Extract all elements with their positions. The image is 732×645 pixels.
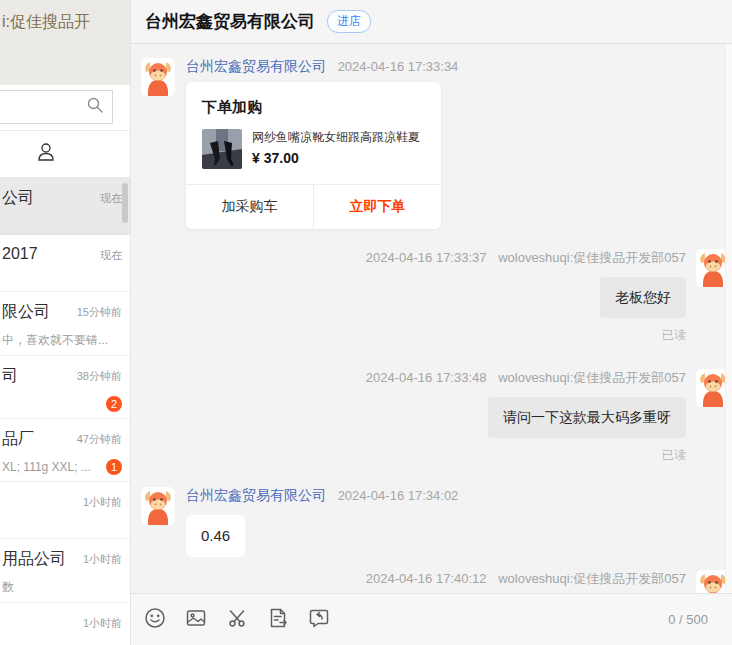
search-input[interactable]: [0, 90, 78, 124]
sidebar-contacts-tab[interactable]: [0, 131, 130, 178]
message-outgoing: 2024-04-16 17:33:48 woloveshuqi:促佳搜品开发部0…: [141, 369, 732, 464]
conversation-time: 15分钟前: [77, 305, 122, 320]
conversation-time: 现在: [100, 191, 122, 206]
send-file-button[interactable]: [266, 608, 290, 632]
card-title: 下单加购: [186, 82, 441, 129]
product-row[interactable]: 网纱鱼嘴凉靴女细跟高跟凉鞋夏 ¥ 37.00: [186, 129, 441, 184]
message-timestamp: 2024-04-16 17:40:12: [366, 571, 487, 586]
conversation-time: 现在: [100, 248, 122, 263]
conversation-time: 47分钟前: [77, 432, 122, 447]
unread-count-badge: 1: [106, 459, 122, 475]
sender-name: woloveshuqi:促佳搜品开发部057: [498, 250, 686, 265]
conversation-item[interactable]: 公司现在: [0, 178, 130, 235]
sender-name: woloveshuqi:促佳搜品开发部057: [498, 571, 686, 586]
conversation-item[interactable]: 用品公司1小时前 数: [0, 539, 130, 603]
message-list[interactable]: 台州宏鑫贸易有限公司 2024-04-16 17:33:34 下单加购 网纱鱼嘴…: [131, 44, 732, 593]
emoji-icon: [144, 607, 166, 633]
message-meta: 台州宏鑫贸易有限公司 2024-04-16 17:33:34: [186, 58, 732, 76]
message-bubble: 请问一下这款最大码多重呀: [488, 397, 686, 438]
conversation-item[interactable]: 2017现在: [0, 235, 130, 292]
conversation-item[interactable]: 1小时前: [0, 482, 130, 539]
search-icon: [86, 96, 104, 118]
product-price: ¥ 37.00: [252, 150, 420, 166]
conversation-name: 用品公司: [2, 549, 66, 570]
person-icon: [37, 142, 55, 166]
message-timestamp: 2024-04-16 17:33:37: [366, 250, 487, 265]
chat-scrollbar[interactable]: [725, 44, 732, 593]
send-image-button[interactable]: [184, 608, 208, 632]
conversation-name: 司: [2, 366, 18, 387]
chat-title: 台州宏鑫贸易有限公司: [145, 10, 315, 33]
message-outgoing: 2024-04-16 17:40:12 woloveshuqi:促佳搜品开发部0…: [141, 570, 732, 593]
conversation-name: 公司: [2, 188, 34, 209]
add-to-cart-button[interactable]: 加采购车: [186, 185, 313, 229]
conversation-list: 公司现在 2017现在 限公司15分钟前 中，喜欢就不要错... 司38分钟前 …: [0, 178, 130, 645]
read-status: 已读: [662, 327, 686, 344]
conversation-item[interactable]: 品厂47分钟前 XL; 111g XXL; ...1: [0, 419, 130, 482]
message-meta: 台州宏鑫贸易有限公司 2024-04-16 17:34:02: [186, 487, 732, 505]
message-timestamp: 2024-04-16 17:34:02: [338, 488, 459, 503]
sidebar-search-row: [0, 85, 130, 131]
product-name: 网纱鱼嘴凉靴女细跟高跟凉鞋夏: [252, 129, 420, 146]
conversation-sidebar: i:促佳搜品开 公司现在 2017现在 限公司15分钟前 中，喜欢就不要错...…: [0, 0, 130, 645]
message-outgoing: 2024-04-16 17:33:37 woloveshuqi:促佳搜品开发部0…: [141, 249, 732, 344]
file-icon: [267, 607, 289, 633]
quick-reply-icon: [308, 607, 330, 633]
message-timestamp: 2024-04-16 17:33:48: [366, 370, 487, 385]
product-image: [202, 129, 242, 169]
message-incoming: 台州宏鑫贸易有限公司 2024-04-16 17:34:02 0.46: [141, 487, 732, 557]
chat-header: 台州宏鑫贸易有限公司 进店: [131, 0, 732, 44]
sender-name-link[interactable]: 台州宏鑫贸易有限公司: [186, 58, 326, 74]
conversation-name: 2017: [2, 245, 38, 263]
search-button[interactable]: [77, 90, 113, 124]
conversation-time: 1小时前: [83, 495, 122, 510]
order-now-button[interactable]: 立即下单: [313, 185, 441, 229]
read-status: 已读: [662, 447, 686, 464]
chat-panel: 台州宏鑫贸易有限公司 进店 台州宏鑫贸易有限公司 2024-04-16 17:3…: [130, 0, 732, 645]
message-incoming: 台州宏鑫贸易有限公司 2024-04-16 17:33:34 下单加购 网纱鱼嘴…: [141, 58, 732, 229]
conversation-name: 品厂: [2, 429, 34, 450]
scissors-icon: [226, 607, 248, 633]
message-meta: 2024-04-16 17:33:37 woloveshuqi:促佳搜品开发部0…: [366, 249, 686, 267]
message-timestamp: 2024-04-16 17:33:34: [338, 59, 459, 74]
quick-reply-button[interactable]: [307, 608, 331, 632]
conversation-time: 1小时前: [83, 616, 122, 631]
emoji-button[interactable]: [143, 608, 167, 632]
conversation-item[interactable]: 司38分钟前 2: [0, 356, 130, 419]
message-meta: 2024-04-16 17:33:48 woloveshuqi:促佳搜品开发部0…: [366, 369, 686, 387]
screenshot-scissors-button[interactable]: [225, 608, 249, 632]
enter-shop-button[interactable]: 进店: [327, 10, 371, 33]
char-counter: 0 / 500: [668, 612, 708, 627]
unread-count-badge: 2: [106, 396, 122, 412]
conversation-time: 1小时前: [83, 552, 122, 567]
seller-avatar[interactable]: [141, 58, 175, 96]
sidebar-account-label: i:促佳搜品开: [0, 0, 130, 85]
conversation-item[interactable]: 限公司15分钟前 中，喜欢就不要错...: [0, 292, 130, 356]
sender-name: woloveshuqi:促佳搜品开发部057: [498, 370, 686, 385]
composer-toolbar: 0 / 500: [131, 593, 732, 645]
seller-avatar[interactable]: [141, 487, 175, 525]
conversation-item[interactable]: 1小时前: [0, 603, 130, 645]
sidebar-scrollbar[interactable]: [122, 183, 128, 223]
conversation-preview: 数: [2, 579, 14, 596]
sender-name-link[interactable]: 台州宏鑫贸易有限公司: [186, 487, 326, 503]
image-icon: [185, 607, 207, 633]
conversation-preview: 中，喜欢就不要错...: [2, 332, 108, 349]
message-bubble: 老板您好: [600, 277, 686, 318]
conversation-preview: XL; 111g XXL; ...: [2, 460, 91, 474]
message-bubble: 0.46: [186, 515, 245, 557]
conversation-name: 限公司: [2, 302, 50, 323]
message-meta: 2024-04-16 17:40:12 woloveshuqi:促佳搜品开发部0…: [366, 570, 686, 588]
conversation-time: 38分钟前: [77, 369, 122, 384]
order-prompt-card: 下单加购 网纱鱼嘴凉靴女细跟高跟凉鞋夏 ¥ 37.00 加采购车 立即下单: [186, 82, 441, 229]
